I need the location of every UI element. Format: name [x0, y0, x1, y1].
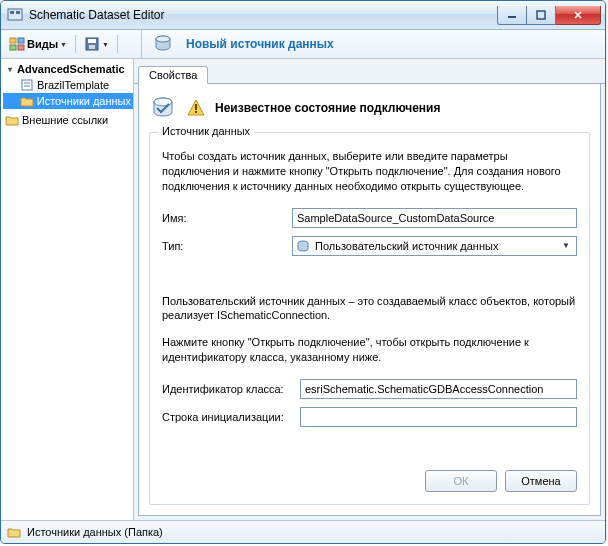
row-name: Имя:: [162, 208, 577, 228]
datasource-icon-button[interactable]: [148, 32, 178, 56]
status-text: Источники данных (Папка): [27, 526, 163, 538]
group-description: Чтобы создать источник данных, выберите …: [162, 149, 577, 194]
dialog-buttons: ОК Отмена: [162, 462, 577, 492]
init-input[interactable]: [300, 407, 577, 427]
ok-button[interactable]: ОК: [425, 470, 497, 492]
app-icon: [7, 7, 23, 23]
chevron-down-icon: ▼: [102, 41, 109, 48]
open-desc: Нажмите кнопку "Открыть подключение", чт…: [162, 335, 577, 365]
views-label: Виды: [27, 38, 58, 50]
init-label: Строка инициализации:: [162, 411, 300, 423]
datasource-icon: [152, 33, 174, 55]
tree-item-label: BrazilTemplate: [37, 79, 109, 91]
folder-open-icon: [20, 94, 34, 108]
close-button[interactable]: [556, 6, 601, 25]
views-icon: [9, 36, 25, 52]
toolbars: Виды ▼ ▼ Новый источник данных: [1, 30, 605, 59]
sidebar: ▾ AdvancedSchematic BrazilTemplate Источ…: [1, 59, 134, 520]
content-toolbar: Новый источник данных: [142, 32, 605, 56]
cancel-button[interactable]: Отмена: [505, 470, 577, 492]
svg-rect-9: [10, 45, 16, 50]
body: ▾ AdvancedSchematic BrazilTemplate Источ…: [1, 59, 605, 520]
content-area: Свойства Неизвестное состояние подключен…: [134, 59, 605, 520]
svg-rect-13: [89, 45, 95, 49]
sidebar-toolbar: Виды ▼ ▼: [1, 30, 142, 58]
datasource-group: Источник данных Чтобы создать источник д…: [149, 132, 590, 505]
separator: [117, 35, 118, 53]
tree-item-label: Внешние ссылки: [22, 114, 108, 126]
tree: ▾ AdvancedSchematic BrazilTemplate Источ…: [1, 59, 133, 130]
svg-rect-2: [16, 11, 20, 14]
tree-item-external[interactable]: Внешние ссылки: [3, 112, 133, 128]
tree-root-label: AdvancedSchematic: [17, 63, 125, 75]
minimize-button[interactable]: [497, 6, 527, 25]
row-classid: Идентификатор класса:: [162, 379, 577, 399]
save-icon: [84, 36, 100, 52]
svg-rect-10: [18, 45, 24, 50]
classid-input[interactable]: [300, 379, 577, 399]
tabstrip: Свойства: [134, 62, 605, 84]
svg-rect-7: [10, 38, 16, 43]
expander-collapse-icon[interactable]: ▾: [5, 65, 14, 74]
tab-label: Свойства: [149, 69, 197, 81]
name-label: Имя:: [162, 212, 292, 224]
row-init: Строка инициализации:: [162, 407, 577, 427]
warning-icon: [187, 99, 205, 117]
folder-icon: [5, 113, 19, 127]
separator: [75, 35, 76, 53]
tree-item-datasources[interactable]: Источники данных: [3, 93, 133, 109]
template-icon: [20, 78, 34, 92]
row-type: Тип: Пользовательский источник данных ▼: [162, 236, 577, 256]
chevron-down-icon: ▼: [558, 241, 574, 250]
tab-page: Неизвестное состояние подключения Источн…: [138, 84, 601, 516]
svg-rect-0: [8, 9, 22, 20]
svg-rect-21: [195, 104, 197, 110]
window-title: Schematic Dataset Editor: [29, 8, 497, 22]
tree-root[interactable]: ▾ AdvancedSchematic: [3, 61, 133, 77]
status-text: Неизвестное состояние подключения: [215, 101, 440, 115]
svg-rect-8: [18, 38, 24, 43]
svg-rect-3: [508, 16, 516, 18]
svg-point-15: [156, 36, 170, 42]
new-datasource-link[interactable]: Новый источник данных: [186, 37, 334, 51]
statusbar: Источники данных (Папка): [1, 520, 605, 543]
folder-icon: [7, 525, 21, 539]
tab-properties[interactable]: Свойства: [138, 66, 208, 84]
maximize-button[interactable]: [527, 6, 556, 25]
svg-rect-4: [537, 11, 545, 19]
svg-rect-1: [10, 11, 14, 14]
type-combobox[interactable]: Пользовательский источник данных ▼: [292, 236, 577, 256]
type-label: Тип:: [162, 240, 292, 252]
window-controls: [497, 6, 601, 25]
views-dropdown[interactable]: Виды ▼: [5, 32, 71, 56]
titlebar: Schematic Dataset Editor: [1, 1, 605, 30]
custom-desc: Пользовательский источник данных – это с…: [162, 294, 577, 324]
connection-status-icon: [149, 94, 177, 122]
svg-rect-12: [88, 39, 96, 43]
database-icon: [296, 239, 310, 253]
name-input[interactable]: [292, 208, 577, 228]
tree-item-template[interactable]: BrazilTemplate: [3, 77, 133, 93]
svg-rect-22: [195, 111, 197, 113]
save-button[interactable]: ▼: [80, 32, 113, 56]
app-window: Schematic Dataset Editor Виды ▼: [0, 0, 606, 544]
status-row: Неизвестное состояние подключения: [149, 92, 590, 126]
chevron-down-icon: ▼: [60, 41, 67, 48]
svg-rect-16: [22, 80, 32, 90]
type-value: Пользовательский источник данных: [315, 240, 553, 252]
group-title: Источник данных: [158, 125, 254, 137]
tree-item-label: Источники данных: [37, 95, 131, 107]
classid-label: Идентификатор класса:: [162, 383, 300, 395]
